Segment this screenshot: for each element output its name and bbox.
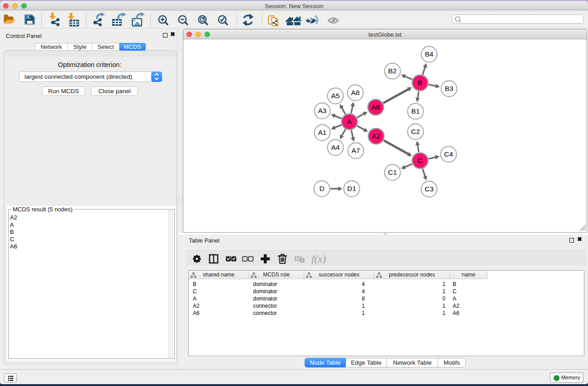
svg-text:f(x): f(x) xyxy=(311,253,326,265)
svg-text:C1: C1 xyxy=(388,168,397,176)
svg-text:A3: A3 xyxy=(318,107,327,114)
svg-text:A1: A1 xyxy=(318,129,327,136)
svg-text:A: A xyxy=(347,118,352,125)
svg-text:A6: A6 xyxy=(372,103,380,111)
svg-text:B4: B4 xyxy=(425,50,434,58)
svg-text:A7: A7 xyxy=(352,147,360,154)
svg-text:C: C xyxy=(417,157,422,164)
svg-text:A4: A4 xyxy=(331,143,340,151)
svg-text:B1: B1 xyxy=(411,107,420,115)
svg-text:A5: A5 xyxy=(331,92,340,100)
svg-text:D1: D1 xyxy=(347,185,356,192)
svg-text:D: D xyxy=(319,185,324,192)
svg-text:A2: A2 xyxy=(372,132,381,140)
svg-text:B: B xyxy=(418,79,422,86)
svg-text:B3: B3 xyxy=(445,85,454,92)
svg-text:B2: B2 xyxy=(388,67,397,75)
svg-text:C2: C2 xyxy=(411,128,420,135)
svg-text:C4: C4 xyxy=(444,150,453,158)
svg-text:A8: A8 xyxy=(351,89,360,96)
svg-text:C3: C3 xyxy=(425,185,434,193)
